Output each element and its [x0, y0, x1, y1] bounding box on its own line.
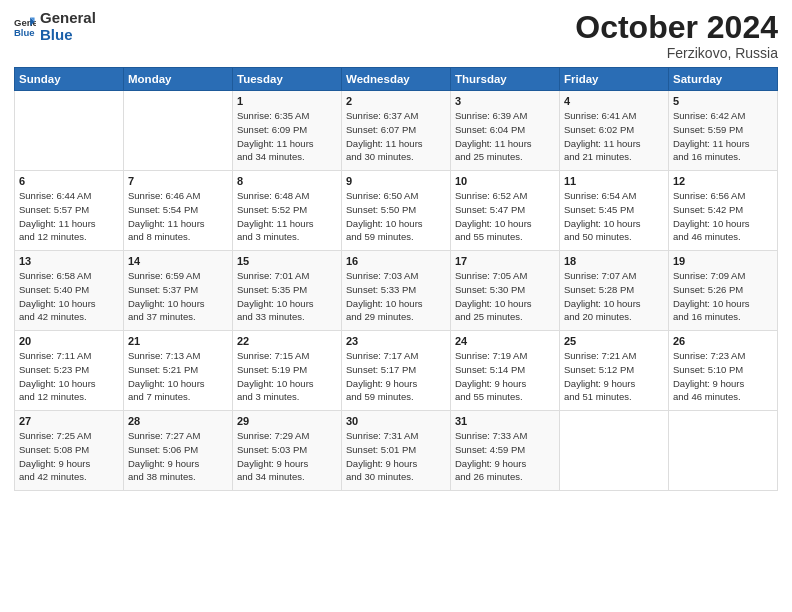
cell-line: and 55 minutes. [455, 231, 523, 242]
cell-content: Sunrise: 7:33 AMSunset: 4:59 PMDaylight:… [455, 429, 555, 484]
day-header-saturday: Saturday [669, 68, 778, 91]
day-number: 18 [564, 255, 664, 267]
cell-line: and 38 minutes. [128, 471, 196, 482]
calendar-cell: 4Sunrise: 6:41 AMSunset: 6:02 PMDaylight… [560, 91, 669, 171]
cell-line: and 7 minutes. [128, 391, 190, 402]
cell-line: Sunset: 5:10 PM [673, 364, 743, 375]
cell-line: Sunset: 5:06 PM [128, 444, 198, 455]
cell-line: Sunset: 5:42 PM [673, 204, 743, 215]
cell-line: and 59 minutes. [346, 231, 414, 242]
calendar-cell: 27Sunrise: 7:25 AMSunset: 5:08 PMDayligh… [15, 411, 124, 491]
cell-line: and 33 minutes. [237, 311, 305, 322]
day-number: 16 [346, 255, 446, 267]
cell-content: Sunrise: 6:46 AMSunset: 5:54 PMDaylight:… [128, 189, 228, 244]
week-row-1: 1Sunrise: 6:35 AMSunset: 6:09 PMDaylight… [15, 91, 778, 171]
cell-content: Sunrise: 6:37 AMSunset: 6:07 PMDaylight:… [346, 109, 446, 164]
cell-line: Sunrise: 6:44 AM [19, 190, 91, 201]
calendar-cell: 28Sunrise: 7:27 AMSunset: 5:06 PMDayligh… [124, 411, 233, 491]
cell-content: Sunrise: 7:01 AMSunset: 5:35 PMDaylight:… [237, 269, 337, 324]
calendar-cell: 12Sunrise: 6:56 AMSunset: 5:42 PMDayligh… [669, 171, 778, 251]
day-number: 6 [19, 175, 119, 187]
day-number: 12 [673, 175, 773, 187]
cell-line: and 21 minutes. [564, 151, 632, 162]
cell-line: Sunrise: 7:23 AM [673, 350, 745, 361]
cell-line: Sunrise: 7:21 AM [564, 350, 636, 361]
calendar-cell: 31Sunrise: 7:33 AMSunset: 4:59 PMDayligh… [451, 411, 560, 491]
cell-content: Sunrise: 7:19 AMSunset: 5:14 PMDaylight:… [455, 349, 555, 404]
cell-line: Daylight: 11 hours [19, 218, 96, 229]
cell-line: Sunset: 6:04 PM [455, 124, 525, 135]
day-number: 2 [346, 95, 446, 107]
cell-line: Daylight: 9 hours [128, 458, 199, 469]
calendar-cell: 25Sunrise: 7:21 AMSunset: 5:12 PMDayligh… [560, 331, 669, 411]
cell-content: Sunrise: 7:29 AMSunset: 5:03 PMDaylight:… [237, 429, 337, 484]
calendar-cell: 7Sunrise: 6:46 AMSunset: 5:54 PMDaylight… [124, 171, 233, 251]
day-number: 7 [128, 175, 228, 187]
cell-line: Sunrise: 7:29 AM [237, 430, 309, 441]
calendar-cell: 8Sunrise: 6:48 AMSunset: 5:52 PMDaylight… [233, 171, 342, 251]
day-number: 15 [237, 255, 337, 267]
cell-content: Sunrise: 6:48 AMSunset: 5:52 PMDaylight:… [237, 189, 337, 244]
calendar-cell: 1Sunrise: 6:35 AMSunset: 6:09 PMDaylight… [233, 91, 342, 171]
cell-content: Sunrise: 6:44 AMSunset: 5:57 PMDaylight:… [19, 189, 119, 244]
cell-line: and 26 minutes. [455, 471, 523, 482]
cell-line: and 12 minutes. [19, 391, 87, 402]
cell-line: Daylight: 10 hours [19, 378, 96, 389]
page-container: General Blue General Blue October 2024 F… [0, 0, 792, 497]
day-number: 1 [237, 95, 337, 107]
week-row-4: 20Sunrise: 7:11 AMSunset: 5:23 PMDayligh… [15, 331, 778, 411]
week-row-2: 6Sunrise: 6:44 AMSunset: 5:57 PMDaylight… [15, 171, 778, 251]
cell-content: Sunrise: 7:21 AMSunset: 5:12 PMDaylight:… [564, 349, 664, 404]
cell-content: Sunrise: 6:41 AMSunset: 6:02 PMDaylight:… [564, 109, 664, 164]
cell-line: and 20 minutes. [564, 311, 632, 322]
cell-line: and 8 minutes. [128, 231, 190, 242]
calendar-cell: 13Sunrise: 6:58 AMSunset: 5:40 PMDayligh… [15, 251, 124, 331]
day-number: 11 [564, 175, 664, 187]
cell-content: Sunrise: 6:39 AMSunset: 6:04 PMDaylight:… [455, 109, 555, 164]
cell-line: Sunrise: 7:07 AM [564, 270, 636, 281]
cell-content: Sunrise: 7:15 AMSunset: 5:19 PMDaylight:… [237, 349, 337, 404]
day-number: 22 [237, 335, 337, 347]
title-block: October 2024 Ferzikovo, Russia [575, 10, 778, 61]
cell-line: Sunrise: 7:15 AM [237, 350, 309, 361]
cell-line: Daylight: 11 hours [455, 138, 532, 149]
cell-line: and 25 minutes. [455, 311, 523, 322]
cell-line: and 34 minutes. [237, 151, 305, 162]
cell-content: Sunrise: 7:25 AMSunset: 5:08 PMDaylight:… [19, 429, 119, 484]
cell-line: Sunset: 5:59 PM [673, 124, 743, 135]
cell-line: Sunrise: 7:19 AM [455, 350, 527, 361]
cell-line: Daylight: 11 hours [128, 218, 205, 229]
day-number: 9 [346, 175, 446, 187]
cell-line: Daylight: 9 hours [455, 378, 526, 389]
cell-line: Sunset: 4:59 PM [455, 444, 525, 455]
calendar-cell: 19Sunrise: 7:09 AMSunset: 5:26 PMDayligh… [669, 251, 778, 331]
calendar-cell: 29Sunrise: 7:29 AMSunset: 5:03 PMDayligh… [233, 411, 342, 491]
cell-line: Sunset: 5:37 PM [128, 284, 198, 295]
cell-line: and 29 minutes. [346, 311, 414, 322]
calendar-table: SundayMondayTuesdayWednesdayThursdayFrid… [14, 67, 778, 491]
cell-line: Sunrise: 7:17 AM [346, 350, 418, 361]
cell-line: and 34 minutes. [237, 471, 305, 482]
cell-line: Sunset: 5:21 PM [128, 364, 198, 375]
cell-line: Sunrise: 6:42 AM [673, 110, 745, 121]
cell-line: Sunset: 5:45 PM [564, 204, 634, 215]
cell-line: Sunrise: 7:25 AM [19, 430, 91, 441]
month-title: October 2024 [575, 10, 778, 45]
cell-line: Sunset: 5:35 PM [237, 284, 307, 295]
calendar-cell [560, 411, 669, 491]
header: General Blue General Blue October 2024 F… [14, 10, 778, 61]
cell-line: Sunset: 6:02 PM [564, 124, 634, 135]
cell-line: Sunset: 5:08 PM [19, 444, 89, 455]
cell-line: Daylight: 10 hours [237, 298, 314, 309]
cell-line: Sunset: 5:57 PM [19, 204, 89, 215]
cell-line: Daylight: 10 hours [455, 218, 532, 229]
cell-line: and 46 minutes. [673, 231, 741, 242]
day-header-friday: Friday [560, 68, 669, 91]
cell-line: Sunrise: 6:46 AM [128, 190, 200, 201]
cell-line: and 30 minutes. [346, 151, 414, 162]
cell-line: Sunset: 5:17 PM [346, 364, 416, 375]
cell-line: Daylight: 10 hours [673, 218, 750, 229]
logo-text-general: General [40, 10, 96, 27]
calendar-cell: 30Sunrise: 7:31 AMSunset: 5:01 PMDayligh… [342, 411, 451, 491]
cell-content: Sunrise: 7:23 AMSunset: 5:10 PMDaylight:… [673, 349, 773, 404]
